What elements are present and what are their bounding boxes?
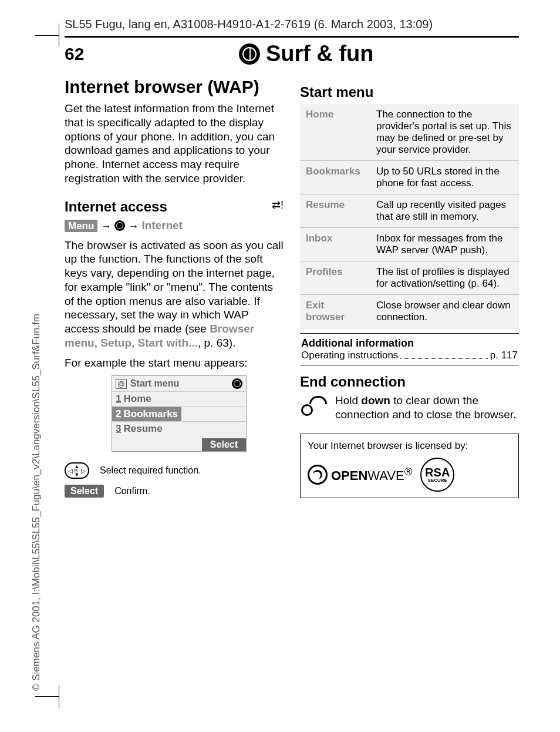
page-title: Surf & fun [239,41,374,66]
menu-badge: Menu [65,220,97,232]
network-icon: ⇄! [272,199,284,211]
additional-info-box: Additional information Operating instruc… [300,333,519,365]
example-line: For example the start menu appears: [65,356,284,370]
phone-screen-mock: @ Start menu 1Home 2Bookmarks 3Resume Se… [112,375,247,452]
subsection-start-menu: Start menu [300,84,519,100]
table-row: ProfilesThe list of profiles is displaye… [300,261,519,295]
globe-icon [232,378,242,389]
select-softkey: Select [65,485,104,498]
license-box: Your Internet browser is licensed by: OP… [300,434,519,498]
license-text: Your Internet browser is licensed by: [308,440,511,452]
table-row: InboxInbox for messages from the WAP ser… [300,228,519,261]
menu-path-item: Internet [142,219,183,231]
openwave-swirl-icon [308,465,328,485]
section-heading-wap: Internet browser (WAP) [65,77,284,97]
subsection-end-connection: End connection [300,374,519,390]
copyright-sidebar: © Siemens AG 2001, I:\Mobil\L55\SL55_Fug… [31,314,42,691]
at-icon: @ [116,379,127,389]
phone-menu-item: 3Resume [112,421,246,436]
arrow-icon: → [101,220,112,231]
start-menu-table: HomeThe connection to the provider's por… [300,104,519,328]
arrow-icon: → [128,220,139,231]
phone-softkey-select: Select [202,438,246,451]
subsection-internet-access: Internet access [65,199,167,215]
additional-info-title: Additional information [301,337,518,350]
phone-title: Start menu [130,378,180,389]
globe-icon [114,220,125,231]
table-row: ResumeCall up recently visited pages tha… [300,194,519,228]
table-row: BookmarksUp to 50 URLs stored in the pho… [300,161,519,194]
hangup-key-icon [300,394,327,417]
table-row: Exit browserClose browser and clear down… [300,295,519,328]
navigation-key-icon: ▲B▼ [65,462,89,479]
phone-menu-item: 1Home [112,391,246,406]
page-number: 62 [65,44,84,64]
confirm-description: Confirm. [114,486,150,496]
access-paragraph: The browser is activated as soon as you … [65,239,284,350]
nav-key-description: Select required function. [100,465,201,476]
running-head: SL55 Fugu, lang en, A31008-H4910-A1-2-76… [65,18,519,38]
rsa-logo: RSA SECURE [420,458,454,492]
table-row: HomeThe connection to the provider's por… [300,104,519,161]
end-connection-text: Hold down to clear down the connection a… [335,394,519,422]
additional-info-item: Operating instructions [301,350,398,361]
additional-info-page: p. 117 [490,350,518,361]
openwave-logo: OPENWAVE® [308,465,412,485]
globe-icon [239,43,260,65]
phone-menu-item-selected: 2Bookmarks [112,407,181,421]
menu-path: Menu → → Internet [65,219,284,233]
intro-paragraph: Get the latest information from the Inte… [65,102,284,186]
